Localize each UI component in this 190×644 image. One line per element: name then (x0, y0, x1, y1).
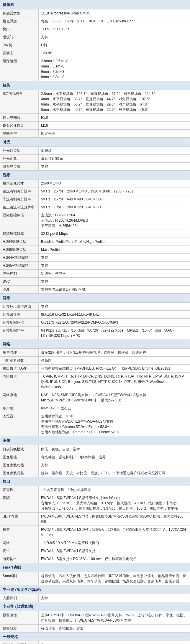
row-label: 接口协议（API） (0, 365, 39, 373)
row-value: P制 (39, 41, 190, 49)
row-value: 64 Kbps（G.711）/16 Kbps（G.726）/32~192 Kbp… (39, 326, 190, 340)
row-value: FWDA4-LS型/FWDA4-LS型号额外支持line in/out；音频输入… (39, 494, 190, 513)
section-title-deep_learning: 专业能 (深度学习算法) (3, 587, 41, 592)
row-label: 音频 (0, 494, 39, 513)
section-header-video: 视频 (0, 170, 190, 179)
row-label: 浏览器 (0, 412, 39, 436)
row-value: TCP/IP, ICMP, HTTP, FTP, DHCP, DNS, DDNS… (39, 373, 190, 391)
table-row: 用户管理最多32个用户，可分3级用户权限管理：管理员、操作员、普通用户 (0, 349, 190, 357)
table-row: Smart事件越界侦测、区域入侵侦测、进入区域侦测、离开区域侦测、物品拿取侦测、… (0, 572, 190, 585)
table-row: 图像参数调整旋转、饱和度、亮度、对比度、锐度、AGC、白平衡通过客户端或者浏览器… (0, 469, 190, 477)
section-title-supplement: 补光 (3, 140, 10, 144)
row-label: 快门 (0, 25, 39, 33)
row-value: 背光补偿、强光抑制、3D数字降噪、透雾 (39, 453, 190, 461)
table-row: 网络1个RJ45 10 M/100 M自适应以太网口 (0, 539, 190, 547)
section-title-image: 图像 (3, 438, 10, 443)
row-label: 麦克风 (0, 486, 39, 494)
row-label: 宽动态 (0, 49, 39, 57)
row-value: 彩色：0.0005 Lux @ （F1.0，AGC ON），0 Lux with… (39, 17, 190, 25)
row-label: 慢快门 (0, 33, 39, 41)
row-value: 固定光圈 (39, 130, 190, 138)
row-value: 越界侦测、区域入侵侦测、进入区域侦测、离开区域侦测、物品拿取侦测、物品遗留侦测、… (39, 572, 190, 585)
table-row: 聚深范围2.8mm：2.5 m~84mm：3.1m~86mm：7.2m~88mm… (0, 57, 190, 81)
row-label: 音频采样率 (0, 310, 39, 318)
table-row: 人脸识别支持 (0, 594, 190, 602)
table-row: H.264编码类型Baseline Profile/Main Profile/H… (0, 238, 190, 246)
table-row: 主流流制流分辨率50 Hz：25 fps（2560 × 1440，1920 × … (0, 187, 190, 195)
section-header-audio: 音频 (0, 294, 190, 303)
row-value: 50 Hz：25 fps（640 × 480，640 × 360） (39, 195, 190, 203)
row-label: 音频压缩码率 (0, 326, 39, 340)
table-row: 网络协议TCP/IP, ICMP, HTTP, FTP, DHCP, DNS, … (0, 373, 190, 391)
table-row: H.265编码类型Main Profile (0, 246, 190, 254)
row-value: 支持 (39, 33, 190, 41)
section-header-pro_normal: 专业能 (普通算法) (0, 602, 190, 611)
row-value: 支持 (39, 302, 190, 310)
table-row: 音频环境噪声过滤支持 (0, 302, 190, 310)
row-value: 2.8mm：2.5 m~84mm：3.1m~86mm：7.2m~88mm：8.8… (39, 57, 190, 81)
row-value: FWDA4-LS型/FWDA4-LS型号：内置MicroSD/MicroSDHC… (39, 513, 190, 526)
table-row: 报警FWDA4-LS型/FWDA4-LS型号：1路输入，1路输出（报警输出最大支… (0, 526, 190, 539)
row-value: 1个RJ45 10 M/100 M自适应以太网口 (39, 539, 190, 547)
row-value: 1个内置麦克风，1个内置扬声器 (39, 486, 190, 494)
table-row: 电源输出FWDA4-LS型支持：DC12 V，100 mA，仅供检查器供电使用 (0, 555, 190, 563)
row-label: 网络存储 (0, 391, 39, 404)
table-row: SVC支持 (0, 278, 190, 286)
row-value: 2.8mm，水平视场角：105.7°，垂直视场角：57.2°，对角视场角：124… (39, 90, 190, 114)
row-value: 定码率、变码率 (39, 270, 190, 278)
row-value: 支持 (39, 262, 190, 270)
row-value: 支持 (39, 594, 190, 602)
table-row: 音频采样率8kHz/16 kHz/32 kHz/44.1kHz/48 kHz (0, 310, 190, 318)
table-row: ROI支持主码流设置1个固定区域 (0, 286, 190, 294)
row-value: 移动侦测、遮挡报警、异常 (39, 624, 190, 632)
row-label: 镜头尺寸接口 (0, 122, 39, 130)
row-value: 最远可达30 m (39, 154, 190, 162)
section-header-image: 图像 (0, 436, 190, 445)
row-label: 补光灯类型 (0, 146, 39, 154)
table-row: 焦距&视场角2.8mm，水平视场角：105.7°，垂直视场角：57.2°，对角视… (0, 90, 190, 114)
row-label: 子流流制流分辨率 (0, 195, 39, 203)
section-title-audio: 音频 (3, 296, 10, 300)
table-row: 传感器类型1/1.8" Progressive Scan CMOS (0, 9, 190, 17)
table-row: 最大光圈数F1.0 (0, 114, 190, 122)
row-value: 50 Hz：1 fps（1280 × 720，640 × 360） (39, 203, 190, 211)
table-row: 接口协议（API）开放型视频系统接口（PROFILES, PROFILE G），… (0, 365, 190, 373)
table-row: 报警激活上传FTP/SD卡（FWDA4-LS型/FWDA4-LS型号支持）/NA… (0, 611, 190, 624)
row-label: 报警 (0, 526, 39, 539)
row-label: 图像参数调整 (0, 469, 39, 477)
row-label: 复位 (0, 547, 39, 555)
row-value: FWDA4-LS型/FWDA4-LS型号支持 (39, 547, 190, 555)
row-label: SVC (0, 278, 39, 286)
row-value: 120 dB (39, 49, 190, 57)
table-row: 快门1/3 s~1/100,000 s (0, 25, 190, 33)
row-label: 报警激活 (0, 611, 39, 624)
row-label: 同时观看路数 (0, 357, 39, 365)
row-label: 人脸识别 (0, 594, 39, 602)
row-value: FWDA4-LS型/FWDA4-LS型号：1路输入，1路输出（报警输出最大支持D… (39, 526, 190, 539)
section-title-smart: smart功能 (3, 565, 21, 569)
row-label: H.264+智能编码 (0, 254, 39, 262)
row-label: 日夜转换模式 (0, 445, 39, 453)
table-row: H.265+智能编码支持 (0, 262, 190, 270)
row-label: 光圈类型 (0, 130, 39, 138)
row-label: 网络 (0, 539, 39, 547)
row-value: 开放型视频系统接口（PROFILES, PROFILE G），ISAPI, SD… (39, 365, 190, 373)
section-header-interface: 接口 (0, 477, 190, 486)
row-value: Main Profile (39, 246, 190, 254)
row-label: 主流流制流分辨率 (0, 187, 39, 195)
row-label: 焦距&视场角 (0, 90, 39, 114)
row-value: 8kHz/16 kHz/32 kHz/44.1kHz/48 kHz (39, 310, 190, 318)
row-value: FWDA4-LS型支持：DC12 V，100 mA，仅供检查器供电使用 (39, 555, 190, 563)
row-label: 防补光过曝 (0, 162, 39, 170)
row-value: 1/1.8" Progressive Scan CMOS (39, 9, 190, 17)
row-value: 50 Hz：25 fps（2560 × 1440，1920 × 1080，128… (39, 187, 190, 195)
row-label: 补光距离 (0, 154, 39, 162)
row-label: 网页客户端语言 (0, 641, 39, 644)
section-header-camera: 摄像机 (0, 0, 190, 9)
row-value: M16 (39, 122, 190, 130)
table-row: 网页客户端语言中文 (0, 641, 190, 644)
section-header-network: 网络 (0, 340, 190, 349)
table-row: H.264+智能编码支持 (0, 254, 190, 262)
table-row: 子流流制流分辨率50 Hz：25 fps（640 × 480，640 × 360… (0, 195, 190, 203)
section-header-lens: 镜头 (0, 81, 190, 90)
